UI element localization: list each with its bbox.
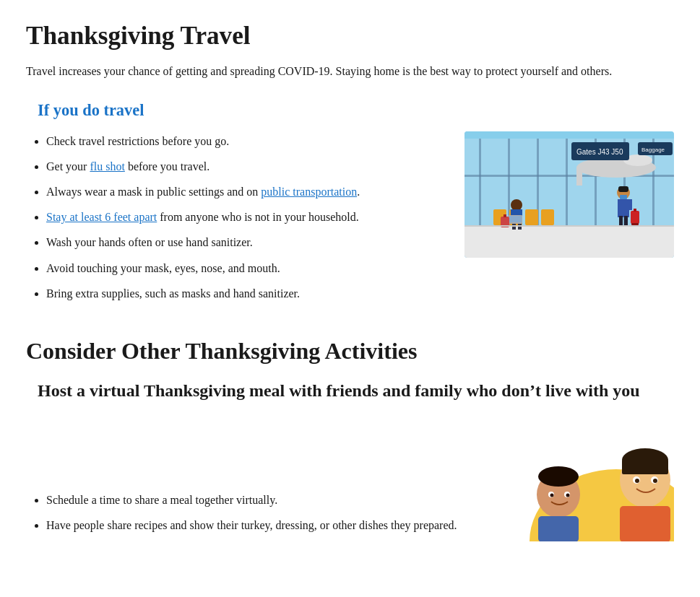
svg-point-48 <box>653 479 657 483</box>
flu-shot-link[interactable]: flu shot <box>90 160 124 173</box>
svg-rect-6 <box>566 139 568 225</box>
svg-rect-40 <box>464 225 674 227</box>
svg-rect-33 <box>618 199 629 217</box>
public-transportation-link[interactable]: public transportation <box>261 186 357 198</box>
virtual-tips-list: Schedule a time to share a meal together… <box>26 490 472 535</box>
travel-content-area: Check travel restrictions before you go.… <box>26 131 674 309</box>
travel-list-area: Check travel restrictions before you go.… <box>26 131 443 309</box>
svg-rect-20 <box>525 209 538 225</box>
list-item: Bring extra supplies, such as masks and … <box>46 284 443 303</box>
svg-rect-1 <box>464 225 674 258</box>
list-item: Schedule a time to share a meal together… <box>46 490 472 510</box>
svg-rect-38 <box>634 209 636 212</box>
svg-rect-27 <box>509 216 522 222</box>
svg-rect-35 <box>619 216 623 227</box>
svg-rect-29 <box>504 214 506 217</box>
svg-rect-56 <box>538 516 579 541</box>
airport-illustration: Gates J43 J50 Baggage <box>464 131 674 258</box>
list-item: Get your flu shot before you travel. <box>46 157 443 176</box>
stay-apart-link[interactable]: Stay at least 6 feet apart <box>46 211 157 223</box>
virtual-heading: Host a virtual Thanksgiving meal with fr… <box>38 379 674 404</box>
list-item: Wash your hands often or use hand saniti… <box>46 232 443 252</box>
page-title: Thanksgiving Travel <box>26 22 674 51</box>
svg-point-55 <box>566 493 570 497</box>
list-item: Stay at least 6 feet apart from anyone w… <box>46 207 443 227</box>
svg-text:Baggage: Baggage <box>641 147 665 153</box>
virtual-svg <box>486 415 674 541</box>
svg-rect-36 <box>624 216 628 227</box>
activities-section: Consider Other Thanksgiving Activities H… <box>26 338 674 541</box>
svg-rect-31 <box>618 186 628 192</box>
svg-rect-37 <box>631 211 639 224</box>
svg-point-54 <box>550 493 554 497</box>
virtual-content-area: Schedule a time to share a meal together… <box>26 415 674 541</box>
svg-rect-49 <box>620 506 670 541</box>
intro-paragraph: Travel increases your chance of getting … <box>26 62 674 81</box>
virtual-image-area <box>486 415 674 541</box>
svg-rect-44 <box>622 460 668 474</box>
travel-section: If you do travel Check travel restrictio… <box>26 101 674 309</box>
svg-text:Gates  J43  J50: Gates J43 J50 <box>576 148 623 156</box>
virtual-list-area: Schedule a time to share a meal together… <box>26 490 472 541</box>
airport-image-area: Gates J43 J50 Baggage <box>464 131 674 258</box>
svg-rect-21 <box>541 209 554 225</box>
travel-tips-list: Check travel restrictions before you go.… <box>26 131 443 303</box>
svg-rect-3 <box>479 139 481 225</box>
list-item: Avoid touching your mask, eyes, nose, an… <box>46 258 443 278</box>
list-item: Check travel restrictions before you go. <box>46 131 443 151</box>
virtual-illustration <box>486 415 674 541</box>
activities-title: Consider Other Thanksgiving Activities <box>26 338 674 365</box>
svg-rect-39 <box>631 223 639 225</box>
svg-point-47 <box>635 479 639 483</box>
travel-section-heading: If you do travel <box>38 101 674 120</box>
list-item: Always wear a mask in public settings an… <box>46 182 443 201</box>
svg-rect-32 <box>620 195 627 199</box>
svg-point-22 <box>511 199 522 211</box>
svg-rect-34 <box>628 199 632 210</box>
airport-svg: Gates J43 J50 Baggage <box>464 131 674 258</box>
svg-point-51 <box>538 466 579 487</box>
svg-rect-13 <box>576 167 582 186</box>
list-item: Have people share recipes and show their… <box>46 515 472 535</box>
